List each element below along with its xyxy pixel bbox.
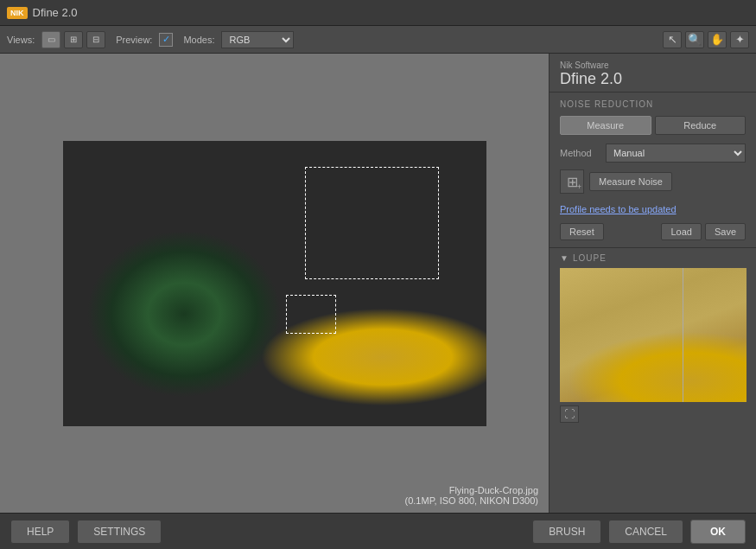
- measure-btn[interactable]: Measure: [560, 116, 651, 135]
- app-title: Dfine 2.0: [33, 6, 78, 19]
- title-bar: NIK Dfine 2.0: [0, 0, 756, 26]
- zoom-tool-btn[interactable]: 🔍: [685, 31, 704, 48]
- app-logo: NIK: [7, 7, 28, 19]
- reset-row: Reset Load Save: [560, 223, 746, 240]
- loupe-triangle-icon: ▼: [560, 253, 569, 263]
- loupe-icon-row: ⛶: [560, 405, 746, 423]
- nik-software-label: Nik Software: [560, 61, 746, 70]
- main-area: Flying-Duck-Crop.jpg (0.1MP, ISO 800, NI…: [0, 54, 756, 513]
- preview-label: Preview:: [116, 35, 152, 45]
- view-grid-btn[interactable]: ⊟: [86, 31, 105, 48]
- reduce-btn[interactable]: Reduce: [655, 116, 746, 135]
- save-btn[interactable]: Save: [705, 223, 746, 240]
- view-single-btn[interactable]: ▭: [41, 31, 60, 48]
- method-label: Method: [560, 148, 599, 158]
- noise-reduction-title: NOISE REDUCTION: [560, 99, 746, 109]
- image-details: (0.1MP, ISO 800, NIKON D300): [405, 495, 538, 506]
- loupe-zoom-icon[interactable]: ⛶: [560, 405, 579, 423]
- image-info: Flying-Duck-Crop.jpg (0.1MP, ISO 800, NI…: [405, 485, 538, 506]
- right-panel: Nik Software Dfine 2.0 NOISE REDUCTION M…: [549, 54, 756, 513]
- views-label: Views:: [7, 35, 35, 45]
- loupe-title: LOUPE: [573, 253, 607, 263]
- ok-button[interactable]: OK: [690, 520, 746, 544]
- toolbar: Views: ▭ ⊞ ⊟ Preview: ✓ Modes: RGB Lumin…: [0, 26, 756, 54]
- load-btn[interactable]: Load: [661, 223, 701, 240]
- pan-tool-btn[interactable]: ✋: [708, 31, 727, 48]
- measure-noise-row: ⊞ + Measure Noise: [560, 169, 746, 194]
- bottom-bar: HELP SETTINGS BRUSH CANCEL OK: [0, 513, 756, 549]
- duck-image: [63, 141, 486, 426]
- brush-button[interactable]: BRUSH: [532, 520, 601, 544]
- modes-label: Modes:: [183, 35, 214, 45]
- view-split-btn[interactable]: ⊞: [64, 31, 83, 48]
- cursor-tool-btn[interactable]: ↖: [663, 31, 682, 48]
- modes-group: Modes: RGB Luminance: [183, 31, 294, 48]
- image-container: [63, 141, 486, 426]
- plugin-name: Dfine 2.0: [560, 70, 746, 88]
- method-row: Method Manual Automatic: [560, 144, 746, 163]
- profile-warning[interactable]: Profile needs to be updated: [560, 204, 746, 214]
- measure-noise-plus: +: [577, 182, 581, 191]
- image-filename: Flying-Duck-Crop.jpg: [405, 485, 538, 495]
- reset-btn[interactable]: Reset: [560, 223, 604, 240]
- loupe-section: ▼ LOUPE ⛶: [550, 248, 756, 513]
- canvas-area[interactable]: Flying-Duck-Crop.jpg (0.1MP, ISO 800, NI…: [0, 54, 549, 513]
- views-group: Views: ▭ ⊞ ⊟: [7, 31, 105, 48]
- measure-reduce-group: Measure Reduce: [560, 116, 746, 135]
- help-button[interactable]: HELP: [10, 520, 70, 544]
- measure-noise-icon: ⊞ +: [560, 169, 584, 194]
- method-select[interactable]: Manual Automatic: [606, 144, 746, 163]
- nik-header: Nik Software Dfine 2.0: [550, 54, 756, 93]
- noise-reduction-section: NOISE REDUCTION Measure Reduce Method Ma…: [550, 93, 756, 248]
- loupe-divider: [683, 268, 683, 402]
- modes-select[interactable]: RGB Luminance: [221, 31, 294, 48]
- cancel-button[interactable]: CANCEL: [608, 520, 683, 544]
- eyedropper-tool-btn[interactable]: ✦: [730, 31, 749, 48]
- measure-noise-btn[interactable]: Measure Noise: [589, 172, 672, 191]
- loupe-header: ▼ LOUPE: [560, 253, 746, 263]
- settings-button[interactable]: SETTINGS: [77, 520, 162, 544]
- preview-group: Preview: ✓: [116, 33, 173, 47]
- preview-checkbox[interactable]: ✓: [159, 33, 173, 47]
- loupe-image: [560, 268, 746, 402]
